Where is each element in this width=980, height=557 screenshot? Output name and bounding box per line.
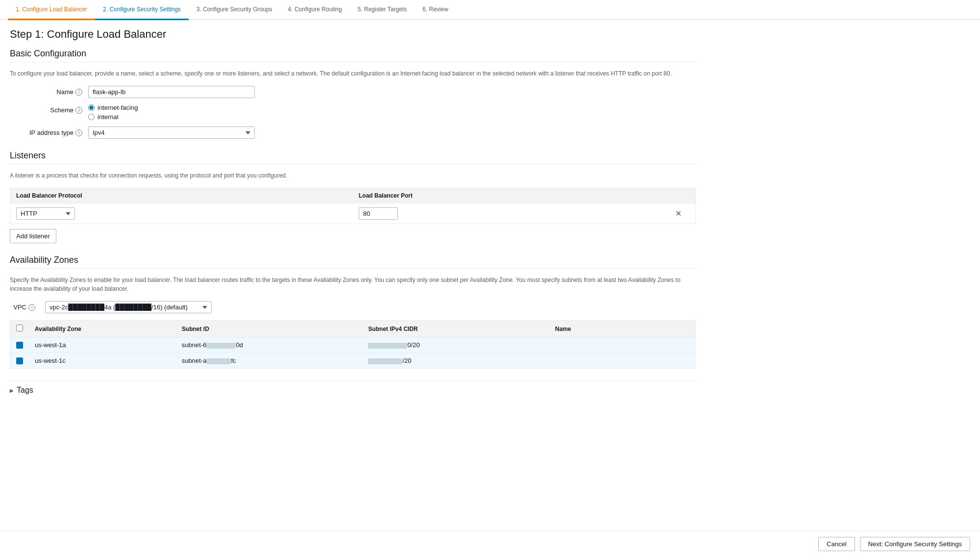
az-check-1	[10, 337, 29, 353]
ip-type-row: IP address type i Ipv4 Dualstack	[10, 127, 696, 139]
vpc-label: VPC i	[10, 304, 39, 311]
basic-config-section: Basic Configuration To configure your lo…	[10, 49, 696, 139]
listeners-section: Listeners A listener is a process that c…	[10, 151, 696, 243]
remove-cell: ✕	[662, 203, 696, 224]
col-check	[10, 321, 29, 337]
port-input[interactable]	[359, 207, 398, 220]
name-info-icon[interactable]: i	[75, 89, 82, 96]
scheme-internet-facing-label: internet-facing	[98, 104, 138, 111]
tags-header[interactable]: ▶ Tags	[10, 380, 696, 400]
listeners-table: Load Balancer Protocol Load Balancer Por…	[10, 188, 696, 224]
scheme-internet-facing[interactable]: internet-facing	[88, 104, 696, 111]
ip-type-select[interactable]: Ipv4 Dualstack	[88, 127, 255, 139]
name-row: Name i	[10, 86, 696, 98]
wizard-step-4[interactable]: 4. Configure Routing	[280, 0, 350, 20]
wizard-step-3[interactable]: 3. Configure Security Groups	[189, 0, 280, 20]
cidr-suffix-1: 0/20	[407, 341, 419, 349]
wizard-step-5[interactable]: 5. Register Targets	[350, 0, 415, 20]
listeners-description: A listener is a process that checks for …	[10, 171, 696, 180]
listeners-title: Listeners	[10, 151, 696, 161]
scheme-row: Scheme i internet-facing internal	[10, 104, 696, 121]
scheme-label: Scheme i	[10, 104, 88, 114]
vpc-select[interactable]: vpc-2c████████4a (████████/16) (default)	[45, 301, 212, 313]
basic-config-title: Basic Configuration	[10, 49, 696, 59]
protocol-cell: HTTP HTTPS	[10, 203, 353, 224]
col-name: Name	[549, 321, 696, 337]
az-namecol-1	[549, 337, 696, 353]
subnet-redacted-1	[206, 343, 236, 349]
listener-row: HTTP HTTPS ✕	[10, 203, 696, 224]
port-cell	[353, 203, 662, 224]
az-row-2: us-west-1c subnet-afc /20	[10, 353, 696, 369]
az-table: Availability Zone Subnet ID Subnet IPv4 …	[10, 320, 696, 369]
wizard-step-6[interactable]: 6. Review	[415, 0, 456, 20]
name-label: Name i	[10, 86, 88, 96]
az-checked-icon-1	[16, 342, 23, 349]
az-name-1: us-west-1a	[29, 337, 176, 353]
scheme-info-icon[interactable]: i	[75, 107, 82, 114]
az-subnet-1: subnet-60d	[176, 337, 363, 353]
ip-type-label: IP address type i	[10, 127, 88, 136]
tags-chevron-icon: ▶	[10, 388, 14, 393]
col-action	[662, 188, 696, 203]
wizard-step-1[interactable]: 1. Configure Load Balancer	[8, 0, 95, 20]
az-checked-icon-2	[16, 357, 23, 364]
col-az: Availability Zone	[29, 321, 176, 337]
basic-config-description: To configure your load balancer, provide…	[10, 69, 696, 78]
scheme-internet-facing-radio[interactable]	[88, 104, 95, 111]
subnet-redacted-2	[206, 358, 231, 364]
col-protocol: Load Balancer Protocol	[10, 188, 353, 203]
subnet-suffix-2: fc	[231, 357, 236, 364]
page-title: Step 1: Configure Load Balancer	[10, 28, 696, 41]
vpc-row: VPC i vpc-2c████████4a (████████/16) (de…	[10, 301, 696, 313]
availability-zones-section: Availability Zones Specify the Availabil…	[10, 255, 696, 369]
az-subnet-2: subnet-afc	[176, 353, 363, 369]
az-select-all-checkbox[interactable]	[16, 325, 23, 331]
scheme-internal-label: internal	[98, 113, 119, 121]
scheme-control: internet-facing internal	[88, 104, 696, 121]
az-description: Specify the Availability Zones to enable…	[10, 276, 696, 293]
az-namecol-2	[549, 353, 696, 369]
col-subnet: Subnet ID	[176, 321, 363, 337]
name-input[interactable]	[88, 86, 255, 98]
ip-type-control: Ipv4 Dualstack	[88, 127, 696, 139]
col-cidr: Subnet IPv4 CIDR	[362, 321, 549, 337]
subnet-prefix-1: subnet-6	[182, 341, 207, 349]
vpc-info-icon[interactable]: i	[28, 304, 35, 311]
cidr-redacted-1	[368, 343, 407, 349]
col-port: Load Balancer Port	[353, 188, 662, 203]
az-title: Availability Zones	[10, 255, 696, 265]
subnet-prefix-2: subnet-a	[182, 357, 207, 364]
az-check-2	[10, 353, 29, 369]
add-listener-button[interactable]: Add listener	[10, 229, 56, 243]
wizard-step-2[interactable]: 2. Configure Security Settings	[95, 0, 189, 20]
ip-type-info-icon[interactable]: i	[75, 129, 82, 136]
protocol-select[interactable]: HTTP HTTPS	[16, 207, 75, 220]
name-control	[88, 86, 696, 98]
scheme-internal-radio[interactable]	[88, 114, 95, 120]
subnet-suffix-1: 0d	[236, 341, 243, 349]
cidr-redacted-2	[368, 358, 402, 364]
scheme-radio-group: internet-facing internal	[88, 104, 696, 121]
tags-section: ▶ Tags	[10, 380, 696, 400]
az-cidr-1: 0/20	[362, 337, 549, 353]
scheme-internal[interactable]: internal	[88, 113, 696, 121]
cidr-suffix-2: /20	[402, 357, 411, 364]
wizard-nav: 1. Configure Load Balancer 2. Configure …	[0, 0, 980, 20]
az-name-2: us-west-1c	[29, 353, 176, 369]
az-row-1: us-west-1a subnet-60d 0/20	[10, 337, 696, 353]
az-cidr-2: /20	[362, 353, 549, 369]
tags-title: Tags	[17, 386, 33, 395]
remove-listener-button[interactable]: ✕	[673, 208, 684, 219]
